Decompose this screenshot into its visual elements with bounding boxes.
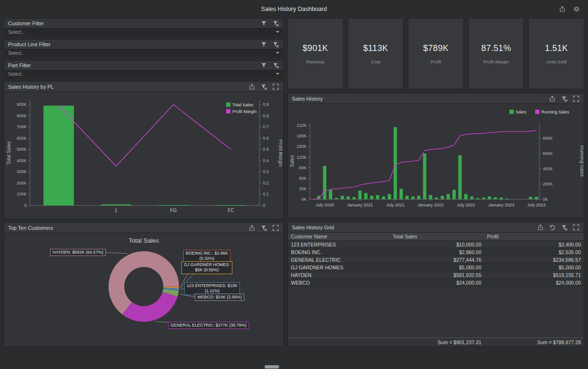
cell-customer-name: WEBCO [288, 279, 390, 287]
bar[interactable] [347, 196, 350, 199]
kpi-card[interactable]: $789KProfit [408, 18, 464, 89]
settings-icon[interactable] [573, 5, 580, 13]
customer-filter-select[interactable]: Select... [5, 28, 283, 35]
table-row[interactable]: HAYDEN$581,932.55$519,155.71 [288, 271, 584, 279]
bar[interactable] [529, 197, 532, 199]
kpi-card[interactable]: 1.51KUnits Sold [528, 18, 584, 89]
clear-filter-icon[interactable] [260, 83, 268, 91]
bar[interactable] [441, 196, 444, 199]
svg-text:0.9: 0.9 [263, 102, 269, 107]
table-row[interactable]: 123 ENTERPRISES$10,000.00$3,400.00 [288, 241, 584, 248]
bar[interactable] [458, 155, 462, 199]
maximize-icon[interactable] [272, 83, 279, 91]
cell-profit: $24,000.00 [484, 279, 584, 287]
clear-filter-icon[interactable] [260, 224, 268, 232]
svg-text:Total Sales: Total Sales [232, 102, 254, 107]
bar[interactable] [364, 193, 368, 199]
maximize-icon[interactable] [572, 95, 580, 102]
maximize-icon[interactable] [572, 224, 580, 231]
bar[interactable] [370, 196, 373, 199]
bar[interactable] [352, 197, 356, 199]
bar[interactable] [411, 196, 415, 199]
kpi-card[interactable]: $113KCost [348, 18, 404, 89]
bar[interactable] [376, 195, 379, 199]
product-line-filter-select[interactable]: Select... [5, 49, 283, 56]
bar[interactable] [464, 194, 468, 199]
column-header[interactable]: Total Sales [390, 233, 484, 241]
svg-text:July 2021: July 2021 [386, 203, 405, 207]
bar[interactable] [359, 191, 362, 199]
sales-by-pl-panel: Sales History by PL 0100K200K300K400K500… [4, 81, 284, 219]
column-header[interactable]: Profit [484, 233, 584, 241]
svg-text:Running Sales: Running Sales [541, 110, 569, 114]
pie-slice[interactable] [122, 292, 178, 322]
bar[interactable] [435, 197, 438, 199]
bar[interactable] [429, 195, 432, 199]
table-row[interactable]: GENERAL ELECTRIC$277,444.76$234,586.57 [288, 256, 584, 264]
bar[interactable] [399, 189, 403, 199]
table-row[interactable]: GJ GARDNER HOMES$5,000.00$5,000.00 [288, 264, 584, 271]
product-line-filter-header: Product Line Filter [4, 40, 283, 49]
bar[interactable] [323, 166, 326, 199]
svg-text:0.1: 0.1 [263, 192, 269, 196]
export-icon[interactable] [537, 224, 544, 231]
bar[interactable] [382, 196, 385, 199]
table-row[interactable]: BOEING INC.$2,860.00$2,535.00 [288, 248, 584, 256]
svg-text:0: 0 [263, 203, 265, 208]
bar[interactable] [499, 197, 503, 199]
kpi-card[interactable]: 87.51%Profit Margin [468, 18, 524, 89]
maximize-icon[interactable] [272, 224, 279, 232]
export-icon[interactable] [248, 83, 256, 91]
bar[interactable] [394, 127, 397, 199]
bar[interactable] [340, 196, 344, 199]
export-icon[interactable] [558, 5, 566, 13]
svg-text:1: 1 [115, 208, 118, 213]
panel-title: Sales History Grid [292, 225, 537, 230]
filter-icon[interactable] [260, 20, 268, 27]
bar[interactable] [494, 197, 497, 199]
bar[interactable] [101, 205, 131, 205]
bar[interactable] [158, 205, 189, 205]
kpi-card[interactable]: $901KRevenue [288, 18, 343, 89]
column-header[interactable]: Customer Name [288, 233, 390, 241]
bar[interactable] [488, 196, 491, 199]
bar[interactable] [470, 196, 473, 199]
cell-customer-name: BOEING INC. [288, 248, 390, 256]
kpi-label: Profit Margin [483, 59, 509, 64]
svg-text:0.5: 0.5 [263, 147, 269, 152]
bar[interactable] [329, 190, 332, 199]
clear-filter-icon[interactable] [560, 95, 568, 102]
bar[interactable] [506, 199, 509, 199]
clear-filter-icon[interactable] [272, 41, 279, 48]
svg-text:120K: 120K [297, 155, 307, 160]
cell-customer-name: GENERAL ELECTRIC [288, 256, 390, 264]
bar[interactable] [417, 196, 420, 199]
sales-by-pl-header: Sales History by PL [4, 82, 283, 92]
part-filter-panel: Part Filter Select... [4, 60, 284, 78]
filter-icon[interactable] [260, 62, 268, 69]
kpi-value: 87.51% [481, 43, 511, 53]
table-row[interactable]: WEBCO$24,000.00$24,000.00 [288, 279, 584, 287]
bar[interactable] [476, 198, 479, 199]
undo-icon[interactable] [548, 224, 556, 231]
clear-filter-icon[interactable] [272, 62, 279, 69]
bar[interactable] [452, 190, 456, 199]
bar[interactable] [482, 197, 485, 199]
filter-icon[interactable] [260, 41, 268, 48]
cell-customer-name: 123 ENTERPRISES [288, 241, 390, 248]
bar[interactable] [447, 194, 450, 199]
part-filter-select[interactable]: Select... [5, 70, 283, 77]
clear-filter-icon[interactable] [560, 224, 568, 231]
clear-filter-icon[interactable] [272, 20, 279, 27]
horizontal-scrollbar-thumb[interactable] [265, 365, 279, 369]
svg-text:0K: 0K [543, 197, 548, 202]
bar[interactable] [405, 196, 409, 199]
bar[interactable] [335, 198, 338, 199]
bar[interactable] [535, 197, 538, 199]
export-icon[interactable] [548, 95, 556, 102]
bar[interactable] [388, 194, 391, 199]
export-icon[interactable] [248, 224, 256, 232]
bar[interactable] [216, 205, 246, 205]
bar[interactable] [43, 106, 74, 205]
bar[interactable] [423, 154, 427, 199]
